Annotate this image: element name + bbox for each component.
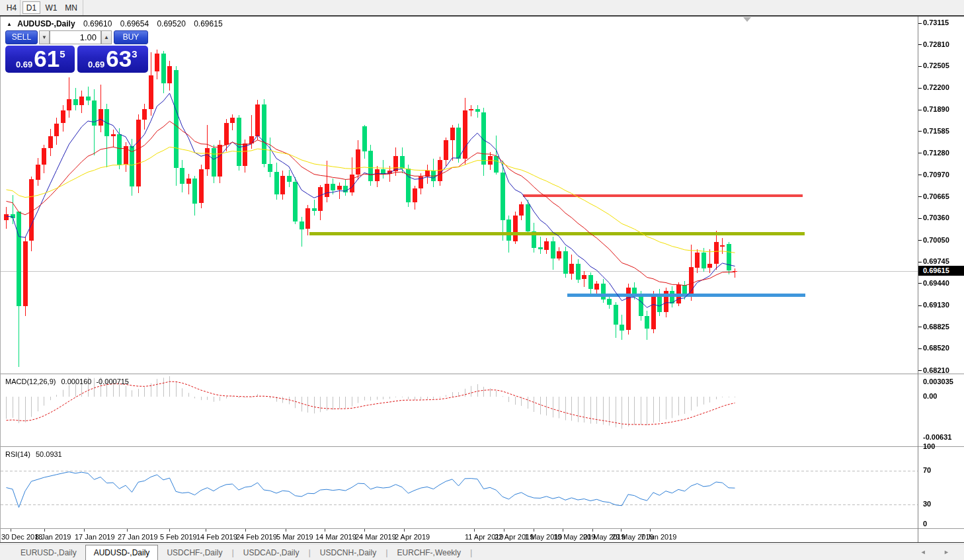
macd-signal-value: -0.000715 (96, 378, 129, 385)
toolbar-separator (83, 0, 83, 15)
date-tick-label: 5 Mar 2019 (276, 533, 313, 541)
ohlc-open: 0.69610 (83, 19, 112, 28)
chart-tab-bar: EURUSD-,DailyAUDUSD-,DailyUSDCHF-,Daily|… (0, 543, 964, 560)
buy-price-big: 63 (106, 46, 132, 73)
date-tick-mark (404, 529, 405, 532)
price-tick-mark (918, 327, 922, 327)
chart-tab-usdcnh[interactable]: USDCNH-,Daily (311, 545, 385, 560)
macd-indicator-canvas[interactable] (1, 375, 918, 446)
macd-main-value: 0.000160 (61, 378, 91, 385)
date-tick-mark (206, 529, 206, 532)
date-tick-mark (127, 529, 128, 532)
price-tick-mark (918, 66, 922, 67)
date-tick-label: 24 Mar 2019 (355, 533, 396, 541)
sell-price-box[interactable]: 0.69 61 5 (5, 46, 75, 73)
date-tick-label: 8 Jan 2019 (35, 533, 71, 541)
price-tick-mark (918, 305, 922, 306)
buy-button[interactable]: BUY (114, 30, 148, 44)
macd-scale-label: 0.00 (923, 392, 937, 400)
price-tick-label: 0.72810 (923, 40, 949, 48)
mt4-window: H4D1W1MN ▲ AUDUSD-,Daily 0.69610 0.69654… (0, 0, 964, 560)
volume-up-button[interactable]: ▲ (101, 30, 112, 44)
chart-tab-eurchf[interactable]: EURCHF-,Weekly (389, 545, 469, 560)
price-tick-mark (918, 196, 922, 197)
price-tick-label: 0.70665 (923, 192, 949, 200)
rsi-scale-label: 0 (923, 520, 927, 528)
date-tick-label: 27 Jan 2019 (118, 533, 158, 541)
timeframe-button-w1[interactable]: W1 (42, 1, 60, 14)
volume-down-button[interactable]: ▼ (39, 30, 50, 44)
price-tick-label: 0.71890 (923, 105, 949, 113)
chart-tab-usdcad[interactable]: USDCAD-,Daily (235, 545, 308, 560)
price-tick-mark (918, 110, 922, 110)
panel-splitter[interactable] (0, 374, 964, 374)
date-tick-mark (11, 529, 11, 532)
price-tick-label: 0.71280 (923, 149, 949, 157)
volume-input[interactable] (50, 30, 101, 44)
timeframe-button-d1[interactable]: D1 (22, 1, 40, 14)
macd-scale-label: -0.00631 (923, 433, 951, 441)
macd-label: MACD(12,26,9) 0.000160 -0.000715 (5, 378, 129, 385)
price-tick-mark (918, 153, 922, 153)
date-tick-mark (44, 529, 45, 532)
date-tick-label: 17 Jan 2019 (75, 533, 115, 541)
date-tick-mark (84, 529, 85, 532)
buy-price-box[interactable]: 0.69 63 3 (77, 46, 148, 73)
price-tick-label: 0.70050 (923, 236, 949, 244)
collapse-triangle-icon[interactable]: ▲ (7, 21, 12, 27)
date-tick-label: 2 Apr 2019 (395, 533, 430, 541)
chart-bottom-border (0, 542, 964, 543)
date-tick-mark (534, 529, 534, 532)
rsi-scale-label: 30 (923, 500, 931, 508)
rsi-scale-label: 100 (923, 442, 935, 450)
date-tick-mark (286, 529, 286, 532)
date-tick-mark (650, 529, 651, 532)
price-tick-label: 0.69745 (923, 257, 949, 265)
price-tick-mark (918, 283, 922, 284)
right-shift-marker[interactable] (743, 17, 751, 22)
price-tick-mark (918, 218, 922, 219)
date-tick-mark (325, 529, 325, 532)
timeframe-button-h4[interactable]: H4 (3, 1, 20, 14)
date-tick-mark (169, 529, 170, 532)
price-tick-mark (918, 23, 922, 24)
price-tick-mark (918, 88, 922, 89)
date-tick-mark (364, 529, 365, 532)
price-tick-mark (918, 175, 922, 175)
timeframe-toolbar: H4D1W1MN (0, 0, 964, 15)
rsi-scale-label: 70 (923, 466, 931, 474)
price-tick-mark (918, 348, 922, 349)
date-tick-mark (504, 529, 504, 532)
date-tick-label: 14 Mar 2019 (315, 533, 356, 541)
timeframe-button-mn[interactable]: MN (62, 1, 80, 14)
panel-splitter[interactable] (0, 446, 964, 447)
sell-price-pip: 5 (60, 48, 65, 73)
date-tick-mark (592, 529, 593, 532)
ohlc-close: 0.69615 (194, 19, 222, 28)
date-tick-mark (245, 529, 246, 532)
price-tick-mark (918, 44, 922, 45)
current-price-tag: 0.69615 (918, 266, 964, 276)
price-tick-label: 0.72505 (923, 61, 949, 69)
price-tick-label: 0.69130 (923, 301, 949, 309)
chart-title: ▲ AUDUSD-,Daily 0.69610 0.69654 0.69520 … (7, 19, 223, 28)
price-tick-mark (918, 131, 922, 132)
sell-price-big: 61 (34, 46, 60, 73)
rsi-indicator-canvas[interactable] (1, 448, 918, 528)
sell-button[interactable]: SELL (5, 30, 38, 44)
tab-scroll-left-icon[interactable]: ◄ (920, 549, 934, 555)
ohlc-high: 0.69654 (120, 19, 149, 28)
price-tick-label: 0.70970 (923, 171, 949, 179)
tab-scroll-right-icon[interactable]: ► (944, 549, 957, 555)
rsi-value: 50.0931 (36, 450, 62, 458)
chart-tab-usdchf[interactable]: USDCHF-,Daily (158, 545, 231, 560)
chart-tab-eurusd[interactable]: EURUSD-,Daily (12, 545, 85, 560)
macd-scale-label: 0.003035 (923, 378, 953, 385)
date-tick-mark (621, 529, 622, 532)
chart-tab-audusd[interactable]: AUDUSD-,Daily (85, 545, 159, 560)
price-tick-label: 0.72200 (923, 83, 949, 91)
price-tick-label: 0.68520 (923, 344, 949, 352)
window-left-border (0, 17, 1, 542)
tab-separator: | (469, 545, 473, 559)
date-tick-label: 14 Feb 2019 (196, 533, 237, 541)
